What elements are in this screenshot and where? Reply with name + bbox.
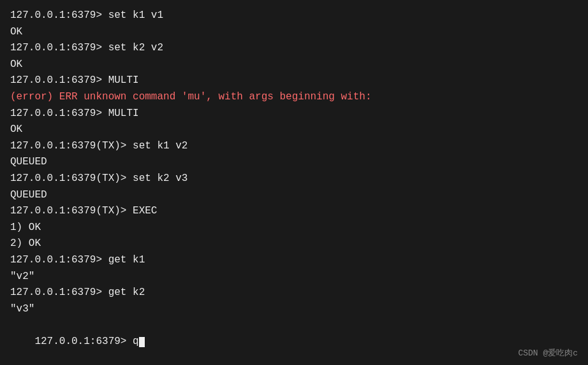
terminal-line: "v3" bbox=[10, 301, 578, 318]
terminal-line: OK bbox=[10, 24, 578, 41]
terminal-line: 127.0.0.1:6379(TX)> EXEC bbox=[10, 203, 578, 220]
terminal-error-line: (error) ERR unknown command 'mu', with a… bbox=[10, 89, 578, 106]
terminal-line: 127.0.0.1:6379(TX)> set k2 v3 bbox=[10, 171, 578, 187]
terminal-line: 127.0.0.1:6379> MULTI bbox=[10, 106, 578, 122]
terminal-line: 127.0.0.1:6379(TX)> set k1 v2 bbox=[10, 138, 578, 155]
terminal-line: 127.0.0.1:6379> get k2 bbox=[10, 285, 578, 301]
terminal-line: 127.0.0.1:6379> MULTI bbox=[10, 73, 578, 89]
terminal-line: "v2" bbox=[10, 269, 578, 285]
terminal-line: 127.0.0.1:6379> get k1 bbox=[10, 252, 578, 269]
terminal-active-line[interactable]: 127.0.0.1:6379> q bbox=[10, 317, 578, 365]
terminal-line: OK bbox=[10, 122, 578, 138]
terminal-window: 127.0.0.1:6379> set k1 v1 OK 127.0.0.1:6… bbox=[0, 0, 588, 365]
terminal-line: QUEUED bbox=[10, 154, 578, 171]
active-prompt-text: 127.0.0.1:6379> q bbox=[34, 336, 138, 347]
terminal-line: 2) OK bbox=[10, 236, 578, 252]
terminal-cursor bbox=[139, 337, 145, 347]
terminal-line: 127.0.0.1:6379> set k2 v2 bbox=[10, 40, 578, 57]
watermark: CSDN @爱吃肉c bbox=[518, 347, 578, 359]
terminal-line: QUEUED bbox=[10, 187, 578, 204]
terminal-line: 1) OK bbox=[10, 220, 578, 236]
terminal-line: OK bbox=[10, 57, 578, 73]
terminal-line: 127.0.0.1:6379> set k1 v1 bbox=[10, 8, 578, 24]
